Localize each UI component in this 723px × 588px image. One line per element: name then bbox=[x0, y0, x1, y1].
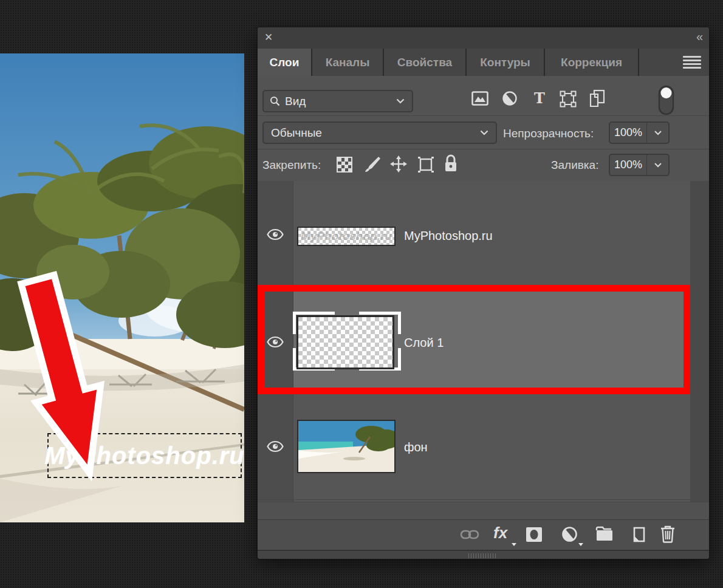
filter-toggle[interactable] bbox=[658, 85, 674, 115]
add-adjustment-icon[interactable] bbox=[561, 526, 578, 542]
lock-transparency-icon[interactable] bbox=[337, 157, 352, 173]
watermark-selection[interactable]: MyPhotoshop.ru bbox=[47, 433, 242, 478]
fill-value: 100% bbox=[610, 159, 646, 171]
layer-thumbnail[interactable] bbox=[297, 420, 396, 473]
screenshot-root: MyPhotoshop.ru ✕ « Слои Каналы Свойства … bbox=[0, 0, 723, 588]
layer-row-fon[interactable]: фон bbox=[258, 394, 690, 500]
lock-artboard-icon[interactable] bbox=[417, 156, 434, 173]
add-adjustment-more-icon bbox=[578, 543, 583, 546]
blend-mode-dropdown[interactable]: Обычные bbox=[262, 121, 497, 144]
opacity-label: Непрозрачность: bbox=[503, 127, 594, 140]
chevron-down-icon[interactable] bbox=[647, 163, 668, 168]
layer-name[interactable]: фон bbox=[404, 440, 428, 454]
eye-icon[interactable] bbox=[267, 336, 284, 348]
layers-list: MyPhotoshop.ru MyPhotoshop.ru Слой 1 bbox=[258, 181, 709, 502]
panel-resize-strip bbox=[258, 550, 709, 559]
layers-panel: ✕ « Слои Каналы Свойства Контуры Коррекц… bbox=[258, 27, 709, 559]
fx-label: fx bbox=[493, 524, 507, 542]
link-layers-icon[interactable] bbox=[460, 527, 479, 542]
tab-bar-filler bbox=[639, 49, 709, 76]
layer-thumbnail[interactable] bbox=[296, 315, 394, 369]
layer-name[interactable]: MyPhotoshop.ru bbox=[404, 229, 493, 243]
panel-controls: Вид T bbox=[258, 76, 709, 181]
close-icon[interactable]: ✕ bbox=[264, 31, 273, 44]
tab-adjustments[interactable]: Коррекция bbox=[545, 49, 638, 76]
panel-header: ✕ « bbox=[258, 27, 709, 49]
new-group-icon[interactable] bbox=[595, 526, 614, 542]
layer-style-more-icon bbox=[512, 543, 516, 546]
layer-name[interactable]: Слой 1 bbox=[404, 336, 444, 350]
lock-label: Закрепить: bbox=[262, 159, 321, 172]
opacity-value: 100% bbox=[610, 126, 646, 139]
svg-text:T: T bbox=[534, 91, 545, 106]
lock-pixels-icon[interactable] bbox=[364, 156, 381, 173]
panel-toolbar: fx bbox=[258, 519, 709, 550]
tab-layers[interactable]: Слои bbox=[258, 49, 311, 76]
layer-row-myphotoshop[interactable]: MyPhotoshop.ru MyPhotoshop.ru bbox=[258, 181, 690, 287]
filter-kind-value: Вид bbox=[285, 95, 306, 108]
eye-icon[interactable] bbox=[267, 440, 284, 453]
list-bottom-spacer bbox=[258, 502, 709, 520]
tab-channels[interactable]: Каналы bbox=[312, 49, 383, 76]
filter-type-layers-icon[interactable]: T bbox=[532, 91, 547, 106]
filter-smart-objects-icon[interactable] bbox=[589, 89, 605, 108]
resize-handle[interactable] bbox=[468, 553, 498, 558]
lock-all-icon[interactable] bbox=[444, 154, 458, 173]
collapse-icon[interactable]: « bbox=[696, 30, 702, 44]
layer-thumbnail[interactable]: MyPhotoshop.ru bbox=[297, 227, 396, 246]
panel-tabs: Слои Каналы Свойства Контуры Коррекция bbox=[258, 49, 709, 76]
tab-paths[interactable]: Контуры bbox=[467, 49, 544, 76]
chevron-down-icon bbox=[480, 130, 488, 135]
add-mask-icon[interactable] bbox=[526, 527, 543, 542]
filter-shape-layers-icon[interactable] bbox=[560, 91, 577, 108]
layer-style-icon[interactable]: fx bbox=[493, 524, 507, 542]
blend-mode-value: Обычные bbox=[271, 126, 322, 140]
lock-position-icon[interactable] bbox=[390, 156, 407, 173]
document-canvas[interactable]: MyPhotoshop.ru bbox=[0, 53, 244, 522]
search-icon bbox=[270, 96, 280, 106]
layer-row-sloy1[interactable]: Слой 1 bbox=[258, 287, 690, 394]
eye-icon[interactable] bbox=[267, 228, 284, 241]
list-right-gutter bbox=[690, 181, 709, 502]
delete-layer-icon[interactable] bbox=[660, 525, 676, 543]
watermark-text: MyPhotoshop.ru bbox=[44, 442, 244, 470]
tab-properties[interactable]: Свойства bbox=[384, 49, 465, 76]
chevron-down-icon[interactable] bbox=[647, 131, 668, 135]
filter-kind-dropdown[interactable]: Вид bbox=[262, 90, 413, 112]
opacity-value-box[interactable]: 100% bbox=[609, 121, 670, 144]
chevron-down-icon bbox=[396, 98, 405, 104]
filter-pixel-layers-icon[interactable] bbox=[471, 91, 488, 106]
thumbnail-ghost-text: MyPhotoshop.ru bbox=[298, 228, 394, 245]
fill-value-box[interactable]: 100% bbox=[609, 154, 670, 176]
panel-menu-icon[interactable] bbox=[683, 56, 701, 70]
filter-adjustment-layers-icon[interactable] bbox=[502, 91, 518, 106]
fill-label: Заливка: bbox=[551, 159, 598, 172]
new-layer-icon[interactable] bbox=[629, 526, 646, 543]
